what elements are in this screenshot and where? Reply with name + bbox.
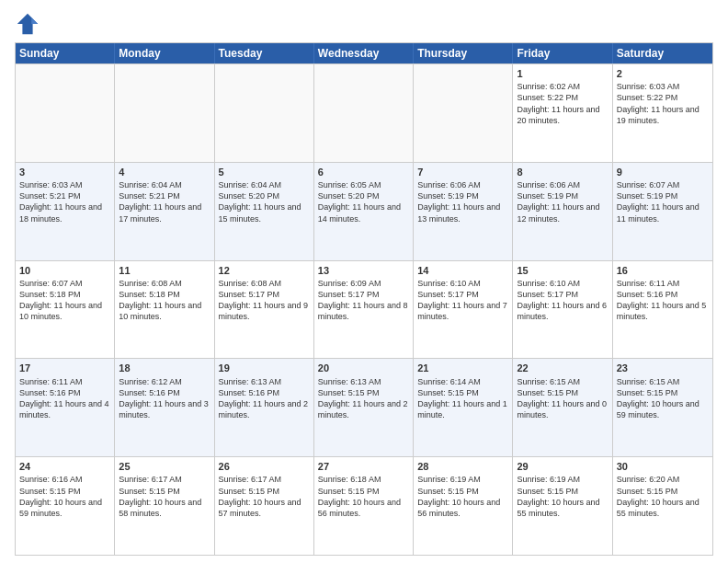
cal-cell-1-6: 9Sunrise: 6:07 AMSunset: 5:19 PMDaylight…: [613, 163, 712, 260]
cal-cell-0-4: [414, 64, 513, 162]
cell-detail: Sunrise: 6:04 AMSunset: 5:21 PMDaylight:…: [119, 179, 210, 224]
cell-detail: Sunrise: 6:02 AMSunset: 5:22 PMDaylight:…: [517, 81, 608, 126]
calendar: Sunday Monday Tuesday Wednesday Thursday…: [15, 42, 713, 556]
header-monday: Monday: [115, 43, 214, 63]
header-thursday: Thursday: [414, 43, 513, 63]
day-number: 2: [617, 67, 709, 80]
page: Sunday Monday Tuesday Wednesday Thursday…: [0, 0, 728, 563]
day-number: 15: [517, 264, 608, 277]
cal-cell-4-5: 29Sunrise: 6:19 AMSunset: 5:15 PMDayligh…: [513, 457, 612, 555]
calendar-row-4: 24Sunrise: 6:16 AMSunset: 5:15 PMDayligh…: [16, 456, 712, 555]
cell-detail: Sunrise: 6:19 AMSunset: 5:15 PMDaylight:…: [517, 474, 608, 519]
cell-detail: Sunrise: 6:12 AMSunset: 5:16 PMDaylight:…: [119, 376, 210, 421]
day-number: 13: [318, 264, 409, 277]
cal-cell-0-2: [215, 64, 314, 162]
cal-cell-3-6: 23Sunrise: 6:15 AMSunset: 5:15 PMDayligh…: [613, 359, 712, 456]
cell-detail: Sunrise: 6:11 AMSunset: 5:16 PMDaylight:…: [19, 376, 110, 421]
day-number: 6: [318, 166, 409, 178]
cell-detail: Sunrise: 6:10 AMSunset: 5:17 PMDaylight:…: [517, 278, 608, 323]
cal-cell-2-5: 15Sunrise: 6:10 AMSunset: 5:17 PMDayligh…: [513, 261, 612, 359]
day-number: 26: [219, 460, 310, 473]
day-number: 9: [617, 166, 709, 178]
calendar-header: Sunday Monday Tuesday Wednesday Thursday…: [16, 43, 712, 63]
cell-detail: Sunrise: 6:08 AMSunset: 5:17 PMDaylight:…: [219, 278, 310, 323]
day-number: 22: [517, 362, 608, 374]
day-number: 29: [517, 460, 608, 473]
cell-detail: Sunrise: 6:20 AMSunset: 5:15 PMDaylight:…: [617, 474, 709, 519]
cell-detail: Sunrise: 6:15 AMSunset: 5:15 PMDaylight:…: [617, 376, 709, 421]
header-sunday: Sunday: [16, 43, 115, 63]
cal-cell-4-0: 24Sunrise: 6:16 AMSunset: 5:15 PMDayligh…: [16, 457, 115, 555]
day-number: 27: [318, 460, 409, 473]
cal-cell-3-1: 18Sunrise: 6:12 AMSunset: 5:16 PMDayligh…: [115, 359, 214, 456]
calendar-row-2: 10Sunrise: 6:07 AMSunset: 5:18 PMDayligh…: [16, 260, 712, 359]
day-number: 7: [417, 166, 508, 178]
cell-detail: Sunrise: 6:07 AMSunset: 5:18 PMDaylight:…: [19, 278, 110, 323]
header-saturday: Saturday: [613, 43, 712, 63]
cal-cell-0-0: [16, 64, 115, 162]
day-number: 16: [617, 264, 709, 277]
cal-cell-1-5: 8Sunrise: 6:06 AMSunset: 5:19 PMDaylight…: [513, 163, 612, 260]
cell-detail: Sunrise: 6:05 AMSunset: 5:20 PMDaylight:…: [318, 179, 409, 224]
cal-cell-4-1: 25Sunrise: 6:17 AMSunset: 5:15 PMDayligh…: [115, 457, 214, 555]
day-number: 11: [119, 264, 210, 277]
cell-detail: Sunrise: 6:19 AMSunset: 5:15 PMDaylight:…: [417, 474, 508, 519]
day-number: 1: [517, 67, 608, 80]
header-tuesday: Tuesday: [215, 43, 314, 63]
calendar-row-3: 17Sunrise: 6:11 AMSunset: 5:16 PMDayligh…: [16, 358, 712, 456]
header-wednesday: Wednesday: [314, 43, 414, 63]
cell-detail: Sunrise: 6:18 AMSunset: 5:15 PMDaylight:…: [318, 474, 409, 519]
cal-cell-2-4: 14Sunrise: 6:10 AMSunset: 5:17 PMDayligh…: [414, 261, 513, 359]
cell-detail: Sunrise: 6:09 AMSunset: 5:17 PMDaylight:…: [318, 278, 409, 323]
cell-detail: Sunrise: 6:08 AMSunset: 5:18 PMDaylight:…: [119, 278, 210, 323]
cell-detail: Sunrise: 6:06 AMSunset: 5:19 PMDaylight:…: [417, 179, 508, 224]
cal-cell-1-2: 5Sunrise: 6:04 AMSunset: 5:20 PMDaylight…: [215, 163, 314, 260]
cal-cell-0-1: [115, 64, 214, 162]
day-number: 10: [19, 264, 110, 277]
logo-icon: [15, 11, 40, 37]
day-number: 20: [318, 362, 409, 374]
cell-detail: Sunrise: 6:04 AMSunset: 5:20 PMDaylight:…: [219, 179, 310, 224]
cell-detail: Sunrise: 6:16 AMSunset: 5:15 PMDaylight:…: [19, 474, 110, 519]
cell-detail: Sunrise: 6:14 AMSunset: 5:15 PMDaylight:…: [417, 376, 508, 421]
cell-detail: Sunrise: 6:03 AMSunset: 5:21 PMDaylight:…: [19, 179, 110, 224]
cal-cell-4-4: 28Sunrise: 6:19 AMSunset: 5:15 PMDayligh…: [414, 457, 513, 555]
cal-cell-2-2: 12Sunrise: 6:08 AMSunset: 5:17 PMDayligh…: [215, 261, 314, 359]
cal-cell-1-0: 3Sunrise: 6:03 AMSunset: 5:21 PMDaylight…: [16, 163, 115, 260]
day-number: 25: [119, 460, 210, 473]
cal-cell-3-2: 19Sunrise: 6:13 AMSunset: 5:16 PMDayligh…: [215, 359, 314, 456]
calendar-body: 1Sunrise: 6:02 AMSunset: 5:22 PMDaylight…: [16, 63, 712, 555]
logo: [15, 11, 44, 37]
day-number: 8: [517, 166, 608, 178]
cal-cell-2-1: 11Sunrise: 6:08 AMSunset: 5:18 PMDayligh…: [115, 261, 214, 359]
day-number: 12: [219, 264, 310, 277]
header: [15, 11, 713, 37]
header-friday: Friday: [513, 43, 612, 63]
day-number: 24: [19, 460, 110, 473]
calendar-row-0: 1Sunrise: 6:02 AMSunset: 5:22 PMDaylight…: [16, 63, 712, 162]
cell-detail: Sunrise: 6:15 AMSunset: 5:15 PMDaylight:…: [517, 376, 608, 421]
day-number: 14: [417, 264, 508, 277]
cal-cell-3-3: 20Sunrise: 6:13 AMSunset: 5:15 PMDayligh…: [314, 359, 414, 456]
cell-detail: Sunrise: 6:10 AMSunset: 5:17 PMDaylight:…: [417, 278, 508, 323]
day-number: 19: [219, 362, 310, 374]
cal-cell-3-4: 21Sunrise: 6:14 AMSunset: 5:15 PMDayligh…: [414, 359, 513, 456]
day-number: 28: [417, 460, 508, 473]
day-number: 3: [19, 166, 110, 178]
cal-cell-0-3: [314, 64, 414, 162]
cal-cell-3-0: 17Sunrise: 6:11 AMSunset: 5:16 PMDayligh…: [16, 359, 115, 456]
cal-cell-3-5: 22Sunrise: 6:15 AMSunset: 5:15 PMDayligh…: [513, 359, 612, 456]
day-number: 30: [617, 460, 709, 473]
cell-detail: Sunrise: 6:03 AMSunset: 5:22 PMDaylight:…: [617, 81, 709, 126]
cell-detail: Sunrise: 6:06 AMSunset: 5:19 PMDaylight:…: [517, 179, 608, 224]
cell-detail: Sunrise: 6:13 AMSunset: 5:15 PMDaylight:…: [318, 376, 409, 421]
cal-cell-2-3: 13Sunrise: 6:09 AMSunset: 5:17 PMDayligh…: [314, 261, 414, 359]
cal-cell-2-0: 10Sunrise: 6:07 AMSunset: 5:18 PMDayligh…: [16, 261, 115, 359]
day-number: 23: [617, 362, 709, 374]
cal-cell-2-6: 16Sunrise: 6:11 AMSunset: 5:16 PMDayligh…: [613, 261, 712, 359]
cal-cell-4-6: 30Sunrise: 6:20 AMSunset: 5:15 PMDayligh…: [613, 457, 712, 555]
cal-cell-4-2: 26Sunrise: 6:17 AMSunset: 5:15 PMDayligh…: [215, 457, 314, 555]
day-number: 21: [417, 362, 508, 374]
day-number: 5: [219, 166, 310, 178]
cal-cell-0-5: 1Sunrise: 6:02 AMSunset: 5:22 PMDaylight…: [513, 64, 612, 162]
